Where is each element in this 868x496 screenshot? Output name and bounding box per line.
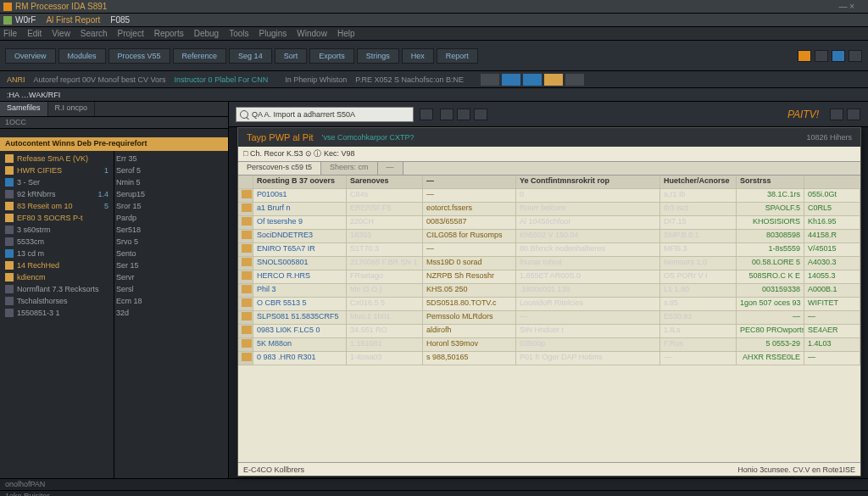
ribbon-tab-4[interactable]: Seg 14 [229, 48, 272, 64]
table-row[interactable]: SLPS081 51.5835CRF5Muo.1 1b01Pemssolo ML… [238, 311, 860, 325]
inner-tab-0[interactable]: Perscoven-s c59 t5 [238, 162, 321, 175]
inner-tab-1[interactable]: Sheers: cm [321, 162, 378, 175]
ribbon-tab-8[interactable]: Hex [402, 48, 434, 64]
tree-node-5[interactable]: EF80 3 SOCRS P-t [0, 212, 114, 224]
left-tab-0[interactable]: Samefiles [0, 102, 48, 116]
menu-file[interactable]: File [3, 29, 17, 38]
tree-node-6[interactable]: 3 s60strm [0, 224, 114, 236]
tree-node-0[interactable]: Refease SmA E (VK) [0, 153, 114, 164]
col-header-2[interactable]: Sarenoves [347, 176, 423, 188]
ribbon-tab-5[interactable]: Sort [275, 48, 308, 64]
cell-1: HERCO R.HRS [253, 270, 347, 283]
tile-4[interactable] [544, 74, 563, 86]
col-header-6[interactable]: Sorstrss [737, 176, 804, 188]
table-row[interactable]: 0983 LI0K F.LC5 034.551 ROaldirofhSIN Hn… [238, 325, 860, 338]
tile-2[interactable] [502, 74, 520, 86]
col-header-3[interactable]: — [423, 176, 516, 188]
menu-debug[interactable]: Debug [194, 29, 219, 38]
sidemini-12[interactable]: Ecm 18 [114, 295, 228, 307]
table-row[interactable]: a1 Brurf nERERSF.F5eotorct.fssersRourr b… [238, 203, 860, 216]
sidemini-10[interactable]: Servr [114, 271, 228, 283]
ribbon-tab-0[interactable]: Overview [5, 48, 56, 64]
upper-tool-a[interactable] [830, 109, 843, 120]
tree-node-11[interactable]: Normflant 7.3 Recksorts [0, 283, 114, 295]
table-row[interactable]: ENIRO T65A7 IRS1T70.3—80.Bfxnck nodenhal… [238, 243, 860, 257]
cell-6: 1gon 507 oces 93 [737, 298, 804, 310]
search-go-button[interactable] [420, 109, 433, 120]
sidemini-1[interactable]: Serof 5 [114, 164, 228, 176]
ribbon-tab-6[interactable]: Exports [309, 48, 354, 64]
search-input[interactable]: QA A. Import a adharrert S50A [236, 107, 414, 122]
crumb-b[interactable]: Autoref report 00V Monof best CV Vors [34, 75, 166, 84]
ribbon-tab-7[interactable]: Strings [357, 48, 399, 64]
micro-tool-2[interactable] [457, 109, 470, 120]
col-header-0[interactable] [238, 176, 253, 188]
sidemini-11[interactable]: Sersl [114, 283, 228, 295]
menu-edit[interactable]: Edit [27, 29, 42, 38]
table-row[interactable]: SociDNDETRE318393CILG058 for RusompsKh55… [238, 230, 860, 243]
tree-node-12[interactable]: Tschalsthorses [0, 295, 114, 307]
ribbon-tab-3[interactable]: Reference [173, 48, 227, 64]
tree-node-8[interactable]: 13 cd m [0, 248, 114, 259]
table-row[interactable]: Of tesershe 9220CH0083/65587Al 10458chfo… [238, 216, 860, 230]
sidemini-7[interactable]: Srvo 5 [114, 236, 228, 248]
ribbon-tool-1[interactable] [798, 50, 811, 62]
ribbon-tab-2[interactable]: Process V55 [108, 48, 170, 64]
sidemini-6[interactable]: Ser518 [114, 224, 228, 236]
menu-help[interactable]: Help [337, 29, 355, 38]
crumb-c[interactable]: Instructor 0 Plabel For CNN [175, 75, 269, 84]
tree-node-1[interactable]: HWR CIFIES1 [0, 164, 114, 176]
tile-3[interactable] [523, 74, 542, 86]
window-controls[interactable]: — × [838, 2, 854, 11]
menu-window[interactable]: Window [297, 29, 327, 38]
micro-tool-1[interactable] [440, 109, 453, 120]
sidemini-2[interactable]: Nmin 5 [114, 176, 228, 188]
ribbon-tool-3[interactable] [832, 50, 845, 62]
cell-4: 80.Bfxnck nodenhaltieres [516, 243, 660, 256]
col-header-5[interactable]: Huetcher/Acnorse [660, 176, 737, 188]
ribbon-tool-4[interactable] [849, 50, 862, 62]
tree-node-13[interactable]: 1550851-3 1 [0, 307, 114, 319]
table-row[interactable]: O CBR 5513 5Cx016.5 55DS0518.80.TOTV.cLo… [238, 298, 860, 311]
menu-tools[interactable]: Tools [229, 29, 248, 38]
cell-7: Kh16.95 [804, 216, 860, 229]
menu-project[interactable]: Project [118, 29, 144, 38]
col-header-4[interactable]: Ye Contfintmnsrokrit rop [516, 176, 660, 188]
menu-reports[interactable]: Reports [154, 29, 184, 38]
table-row[interactable]: Phil 3Mn t3 O.)KHS.05 250.1800c001 139L1… [238, 284, 860, 298]
table-row[interactable]: P0100s1C84s—0a,r1 Ib38.1C.1rs055i.0Gt [238, 189, 860, 203]
crumb-root[interactable]: ANRI [7, 75, 25, 84]
tree-node-7[interactable]: 5533cm [0, 236, 114, 248]
ribbon-tool-2[interactable] [815, 50, 828, 62]
upper-tool-b[interactable] [847, 109, 860, 120]
menu-search[interactable]: Search [81, 29, 108, 38]
menu-plugins[interactable]: Plugins [259, 29, 287, 38]
table-row[interactable]: 5K M88on1.181081Horonl 539mov03500pF.Ros… [238, 338, 860, 352]
col-header-1[interactable]: Roesting B 37 oovers [253, 176, 347, 188]
inner-tab-2[interactable]: — [378, 162, 403, 175]
sidemini-0[interactable]: Err 35 [114, 153, 228, 164]
tree-node-2[interactable]: 3 - Ser [0, 176, 114, 188]
tree-node-10[interactable]: kdiencm [0, 271, 114, 283]
tree-node-4[interactable]: 83 Reseit om 105 [0, 200, 114, 212]
table-row[interactable]: HERCO R.HRSFRsetagoNZRPB Sh Resoshr1.855… [238, 270, 860, 284]
sidemini-13[interactable]: 32d [114, 307, 228, 319]
sidemini-4[interactable]: Sror 15 [114, 200, 228, 212]
tile-1[interactable] [481, 74, 499, 86]
ribbon-tab-9[interactable]: Report [437, 48, 478, 64]
tree-node-3[interactable]: 92 kRNbrrs1.4 [0, 188, 114, 200]
cell-5: Ilr3 Isct [660, 203, 737, 215]
sidemini-8[interactable]: Sento [114, 248, 228, 259]
sidemini-5[interactable]: Pardp [114, 212, 228, 224]
cell-6: 1-8s5559 [737, 243, 804, 256]
tree-node-9[interactable]: 14 RechHed [0, 259, 114, 271]
ribbon-tab-1[interactable]: Modules [58, 48, 106, 64]
table-row[interactable]: SNOLS0058012170065 F.BR.SN 1Mss19D 0 sor… [238, 257, 860, 270]
sidemini-9[interactable]: Ser 15 [114, 259, 228, 271]
left-tab-1[interactable]: R.I oncpo [48, 102, 96, 116]
tile-5[interactable] [565, 74, 584, 86]
micro-tool-3[interactable] [474, 109, 487, 120]
menu-view[interactable]: View [52, 29, 70, 38]
sidemini-3[interactable]: Serup15 [114, 188, 228, 200]
table-row[interactable]: 0 983 .HR0 R3011-Itosa03s 988,50165P01 f… [238, 352, 860, 365]
